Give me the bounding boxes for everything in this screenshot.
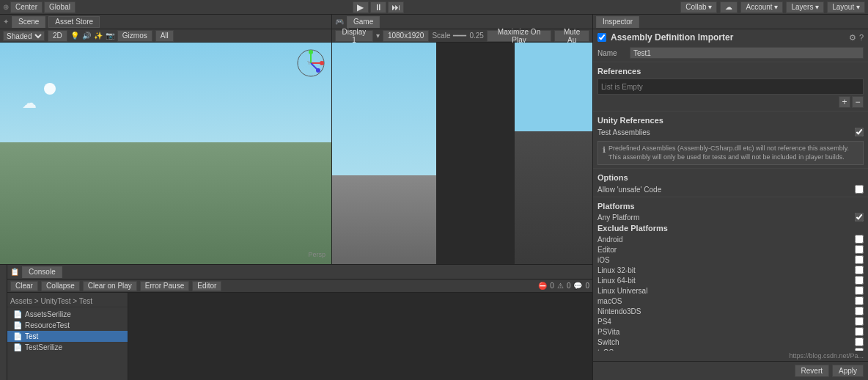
transform-global-btn[interactable]: Global: [44, 1, 76, 13]
all-filter-btn[interactable]: All: [155, 30, 174, 42]
name-field-row: Name: [593, 45, 868, 60]
platform-checkbox-nintendo[interactable]: [855, 307, 864, 315]
bottom-left-handle: [0, 265, 7, 380]
asset-name-1: ResourceTest: [25, 321, 70, 329]
platform-checkbox-macos[interactable]: [855, 296, 864, 305]
inspector-content: Assembly Definition Importer ⚙ ? Name Re…: [593, 29, 868, 351]
transform-center-btn[interactable]: Center: [10, 1, 43, 13]
error-pause-btn[interactable]: Error Pause: [140, 281, 189, 291]
audio-icon: 🔊: [82, 32, 91, 40]
scale-label: Scale: [432, 32, 450, 40]
game-toolbar: Display 1 ▾ 1080x1920 Scale ━━━ 0.25 Max…: [332, 29, 592, 43]
cloud-icon: ☁: [22, 94, 37, 112]
platform-checkbox-switch[interactable]: [855, 337, 864, 346]
persp-label: Persp: [308, 251, 326, 258]
warning-count: 0: [567, 282, 571, 290]
inspector-help-btn[interactable]: ?: [859, 33, 864, 43]
resolution-btn[interactable]: 1080x1920: [383, 30, 430, 42]
console-panel: 📋 Console Clear Collapse Clear on Play E…: [7, 265, 592, 380]
left-panel: ✦ Scene Asset Store Shaded 2D 💡 🔊 ✨ 📷 Gi…: [0, 15, 592, 380]
game-tab[interactable]: Game: [347, 16, 380, 28]
platform-linux64: Linux 64-bit: [593, 275, 868, 285]
platform-checkbox-linux32[interactable]: [855, 266, 864, 274]
asset-name-0: AssetsSerilize: [25, 310, 71, 318]
scale-value: 0.25: [469, 32, 483, 40]
references-header: References: [593, 64, 868, 77]
asset-name-2: Test: [25, 332, 38, 340]
asset-item-2[interactable]: 📄 Test: [7, 331, 128, 342]
collab-button[interactable]: Collab ▾: [680, 1, 717, 13]
console-toolbar: Clear Collapse Clear on Play Error Pause…: [7, 279, 592, 293]
inspector-settings-btn[interactable]: ⚙: [849, 33, 856, 43]
platform-ios: iOS: [593, 255, 868, 265]
asset-tree: Assets > UnityTest > Test 📄 AssetsSerili…: [7, 293, 128, 380]
game-viewport[interactable]: [332, 43, 592, 264]
game-tab-bar: 🎮 Game: [332, 15, 592, 29]
gizmos-btn[interactable]: Gizmos: [117, 30, 152, 42]
revert-btn[interactable]: Revert: [795, 365, 829, 377]
editor-btn[interactable]: Editor: [192, 281, 221, 291]
platform-checkbox-psvita[interactable]: [855, 327, 864, 336]
inspector-panel: Inspector Assembly Definition Importer ⚙…: [592, 15, 868, 380]
cloud-button[interactable]: ☁: [720, 1, 738, 13]
scene-viewport[interactable]: ☁: [0, 43, 331, 264]
test-assemblies-checkbox[interactable]: [855, 128, 864, 136]
platform-label-linux32: Linux 32-bit: [597, 266, 852, 274]
component-enable-checkbox[interactable]: [597, 33, 606, 42]
asset-item-0[interactable]: 📄 AssetsSerilize: [7, 309, 128, 320]
platform-checkbox-ps4[interactable]: [855, 317, 864, 326]
collapse-btn[interactable]: Collapse: [41, 281, 80, 291]
name-input[interactable]: [630, 47, 864, 59]
platform-label-nintendo: Nintendo3DS: [597, 307, 852, 315]
play-button[interactable]: ▶: [353, 1, 369, 13]
list-controls: + −: [593, 96, 868, 109]
platform-label-macos: macOS: [597, 297, 852, 305]
inspector-header: Assembly Definition Importer ⚙ ?: [593, 29, 868, 45]
inspector-footer: Revert Apply: [593, 361, 868, 380]
allow-unsafe-label: Allow 'unsafe' Code: [597, 186, 852, 194]
add-reference-btn[interactable]: +: [839, 96, 850, 108]
asset-item-3[interactable]: 📄 TestSerilize: [7, 342, 128, 353]
shading-select[interactable]: Shaded: [3, 31, 45, 41]
scene-panel: ✦ Scene Asset Store Shaded 2D 💡 🔊 ✨ 📷 Gi…: [0, 15, 332, 264]
2d-toggle[interactable]: 2D: [48, 30, 67, 42]
pause-button[interactable]: ⏸: [370, 1, 386, 13]
platform-label-editor: Editor: [597, 246, 852, 254]
layers-button[interactable]: Layers ▾: [786, 1, 824, 13]
play-controls: ▶ ⏸ ⏭: [353, 1, 404, 13]
display-btn[interactable]: Display 1: [335, 30, 373, 42]
account-button[interactable]: Account ▾: [740, 1, 783, 13]
error-count: 0: [550, 282, 554, 290]
apply-btn[interactable]: Apply: [832, 365, 864, 377]
any-platform-checkbox[interactable]: [855, 213, 864, 222]
clear-on-play-btn[interactable]: Clear on Play: [83, 281, 137, 291]
inspector-tab[interactable]: Inspector: [596, 16, 639, 28]
divider-2: [593, 111, 868, 112]
allow-unsafe-checkbox[interactable]: [855, 185, 864, 194]
platform-checkbox-android[interactable]: [855, 235, 864, 244]
layout-button[interactable]: Layout ▾: [827, 1, 865, 13]
game-sky: [332, 43, 436, 264]
platform-label-linux64: Linux 64-bit: [597, 277, 852, 285]
platform-label-android: Android: [597, 235, 852, 244]
platform-checkbox-linux64[interactable]: [855, 276, 864, 285]
scene-tab[interactable]: Scene: [12, 16, 45, 28]
platform-checkbox-ios[interactable]: [855, 255, 864, 264]
platform-checkbox-editor[interactable]: [855, 245, 864, 254]
console-tab[interactable]: Console: [22, 266, 62, 278]
platform-label-linuxuni: Linux Universal: [597, 287, 852, 295]
remove-reference-btn[interactable]: −: [852, 96, 864, 108]
clear-btn[interactable]: Clear: [10, 281, 38, 291]
platform-label-ps4: PS4: [597, 318, 852, 326]
platform-checkbox-linuxuni[interactable]: [855, 286, 864, 295]
file-icon-3: 📄: [13, 343, 22, 351]
asset-item-1[interactable]: 📄 ResourceTest: [7, 320, 128, 331]
references-list: List is Empty: [597, 78, 864, 95]
allow-unsafe-row: Allow 'unsafe' Code: [593, 183, 868, 195]
name-label: Name: [597, 49, 627, 57]
platform-label-ios: iOS: [597, 256, 852, 264]
step-button[interactable]: ⏭: [388, 1, 404, 13]
maximize-on-play-btn[interactable]: Maximize On Play: [487, 30, 551, 42]
asset-store-tab[interactable]: Asset Store: [48, 16, 100, 28]
mute-audio-btn[interactable]: Mute Au: [554, 30, 589, 42]
